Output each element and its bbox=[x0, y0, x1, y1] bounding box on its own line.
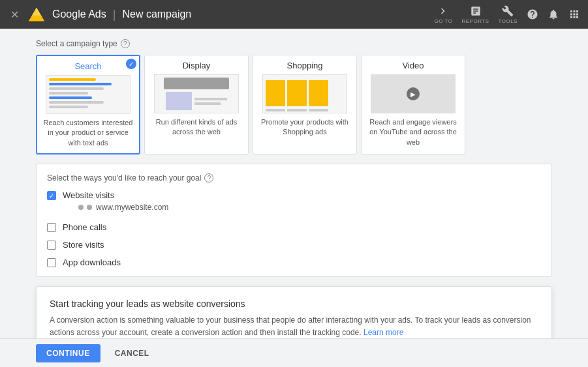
display-card-image bbox=[154, 74, 239, 113]
goal-section: Select the ways you'd like to reach your… bbox=[36, 164, 552, 277]
topbar: ✕ Google Ads | New campaign GO TO REPORT… bbox=[0, 0, 588, 29]
display-card-desc: Run different kinds of ads across the we… bbox=[150, 117, 243, 138]
bottom-bar: CONTINUE CANCEL bbox=[0, 338, 588, 367]
play-icon: ▶ bbox=[407, 87, 420, 100]
goto-icon bbox=[437, 5, 449, 17]
video-card-title: Video bbox=[402, 61, 424, 70]
website-visits-label: Website visits bbox=[63, 190, 168, 200]
svg-marker-1 bbox=[32, 8, 41, 16]
continue-button[interactable]: CONTINUE bbox=[36, 344, 101, 362]
reports-button[interactable]: REPORTS bbox=[461, 5, 489, 24]
tools-icon bbox=[502, 5, 514, 17]
google-ads-logo: Google Ads bbox=[27, 5, 106, 23]
phone-calls-checkbox[interactable] bbox=[47, 223, 56, 232]
conversion-title: Start tracking your leads as website con… bbox=[50, 299, 538, 309]
tools-label: TOOLS bbox=[499, 18, 518, 24]
page-title: New campaign bbox=[122, 8, 191, 20]
cancel-button[interactable]: CANCEL bbox=[107, 344, 157, 362]
campaign-type-help-icon[interactable]: ? bbox=[121, 39, 130, 48]
topbar-actions: GO TO REPORTS TOOLS bbox=[434, 5, 580, 24]
apps-button[interactable] bbox=[568, 8, 580, 20]
goal-app-downloads: App downloads bbox=[47, 257, 541, 267]
main-content: Select a campaign type ? ✓ Search bbox=[0, 29, 588, 338]
phone-calls-label: Phone calls bbox=[63, 222, 106, 232]
goto-button[interactable]: GO TO bbox=[434, 5, 452, 24]
tools-button[interactable]: TOOLS bbox=[499, 5, 518, 24]
campaign-type-cards: ✓ Search Reach customers interested in y… bbox=[36, 55, 552, 154]
shopping-card-desc: Promote your products with Shopping ads bbox=[258, 117, 351, 138]
app-name: Google Ads bbox=[52, 8, 106, 20]
reports-label: REPORTS bbox=[461, 18, 489, 24]
app-downloads-checkbox[interactable] bbox=[47, 258, 56, 267]
display-card-title: Display bbox=[183, 61, 211, 70]
conversion-panel: Start tracking your leads as website con… bbox=[36, 286, 552, 338]
shopping-card-title: Shopping bbox=[287, 61, 323, 70]
help-button[interactable] bbox=[527, 8, 538, 20]
goal-help-icon[interactable]: ? bbox=[204, 173, 213, 183]
video-card-desc: Reach and engage viewers on YouTube and … bbox=[367, 117, 459, 147]
goal-section-label: Select the ways you'd like to reach your… bbox=[47, 173, 541, 183]
website-visits-checkbox[interactable] bbox=[47, 191, 56, 200]
search-card-desc: Reach customers interested in your produ… bbox=[42, 118, 134, 148]
close-button[interactable]: ✕ bbox=[8, 8, 21, 21]
learn-more-link[interactable]: Learn more bbox=[364, 328, 403, 337]
campaign-type-video[interactable]: Video ▶ Reach and engage viewers on YouT… bbox=[361, 55, 465, 154]
website-url-row: www.mywebsite.com bbox=[78, 203, 168, 212]
help-icon bbox=[527, 8, 538, 20]
campaign-type-display[interactable]: Display bbox=[144, 55, 249, 154]
app-downloads-label: App downloads bbox=[63, 257, 121, 267]
website-url: www.mywebsite.com bbox=[96, 203, 168, 212]
apps-icon bbox=[568, 8, 580, 20]
shopping-card-image bbox=[262, 74, 347, 113]
selected-check-icon: ✓ bbox=[126, 59, 136, 69]
campaign-type-label: Select a campaign type ? bbox=[36, 39, 552, 48]
goal-website-visits: Website visits www.mywebsite.com bbox=[47, 190, 541, 214]
store-visits-checkbox[interactable] bbox=[47, 241, 56, 250]
google-ads-logo-icon bbox=[27, 5, 46, 23]
goal-phone-calls: Phone calls bbox=[47, 222, 541, 232]
store-visits-label: Store visits bbox=[63, 240, 104, 250]
notifications-button[interactable] bbox=[548, 8, 559, 20]
video-card-image: ▶ bbox=[371, 74, 456, 113]
topbar-separator: | bbox=[113, 8, 116, 22]
url-icon bbox=[78, 205, 92, 210]
search-card-image bbox=[46, 75, 131, 114]
reports-icon bbox=[470, 5, 482, 17]
campaign-type-shopping[interactable]: Shopping P bbox=[253, 55, 357, 154]
search-card-title: Search bbox=[74, 61, 101, 71]
goto-label: GO TO bbox=[434, 18, 452, 24]
campaign-type-search[interactable]: ✓ Search Reach customers interested in y… bbox=[36, 55, 140, 154]
notifications-icon bbox=[548, 8, 559, 20]
goal-store-visits: Store visits bbox=[47, 240, 541, 250]
conversion-desc: A conversion action is something valuabl… bbox=[50, 314, 538, 338]
